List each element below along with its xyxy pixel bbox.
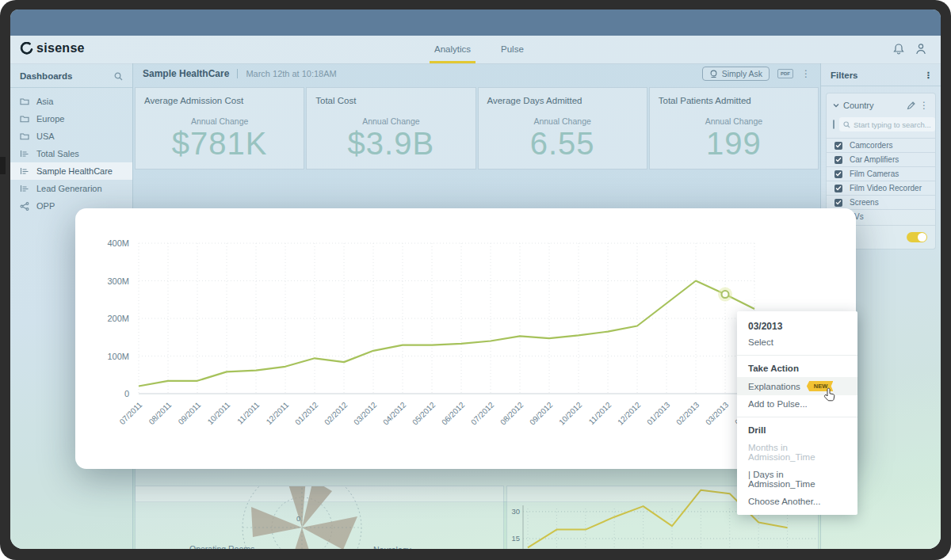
menu-item-choose-another[interactable]: Choose Another... [737, 493, 857, 510]
y-tick-label: 400M [107, 238, 129, 248]
export-pdf-icon[interactable]: PDF [777, 69, 793, 78]
x-tick-label: 10/2011 [206, 400, 232, 426]
kpi-value: 6.55 [479, 126, 647, 162]
y-tick-label: 200M [107, 314, 129, 323]
filter-item-label: Film Video Recorder [850, 184, 922, 192]
kpi-card-2: Total CostAnnual Change$3.9B [306, 87, 476, 170]
chart-icon [20, 150, 29, 158]
sidebar-item-lead-generarion[interactable]: Lead Generarion [10, 180, 132, 197]
x-tick-label: 03/2012 [352, 400, 379, 427]
x-tick-label: 02/2013 [674, 400, 701, 427]
checkbox-checked-icon[interactable] [835, 199, 842, 207]
x-tick-label: 07/2011 [118, 400, 144, 426]
context-menu: 03/2013 Select Take Action Explanations … [737, 311, 857, 515]
window-titlebar [10, 10, 941, 36]
x-tick-label: 10/2012 [557, 400, 584, 427]
x-tick-label: 02/2012 [323, 400, 349, 427]
kpi-title: Average Days Admitted [487, 96, 582, 105]
filter-item-camcorders[interactable]: Camcorders [827, 138, 935, 152]
checkbox-checked-icon[interactable] [835, 142, 842, 150]
filter-more-menu-icon[interactable]: ⋮ [919, 101, 929, 109]
tab-analytics[interactable]: Analytics [434, 36, 471, 63]
dashboard-titlebar: Sample HealthCare March 12th at 10:18AM … [133, 63, 820, 84]
kpi-value: $781K [136, 126, 304, 162]
sidebar-search-icon[interactable] [114, 72, 123, 81]
dashboard-timestamp: March 12th at 10:18AM [246, 69, 336, 78]
x-tick-label: 06/2012 [440, 400, 467, 427]
folder-icon [20, 115, 29, 123]
main-tabs: AnalyticsPulse [434, 36, 524, 63]
notifications-bell-icon[interactable] [893, 43, 904, 55]
checkbox-checked-icon[interactable] [835, 185, 842, 192]
kpi-sublabel: Annual Change [479, 116, 647, 126]
crystal-ball-icon [709, 70, 718, 78]
explanations-label: Explanations [748, 382, 800, 391]
search-icon [843, 121, 850, 128]
sidebar-item-label: USA [36, 131, 55, 141]
menu-divider [737, 417, 857, 417]
mini-y-tick-label: 15 [511, 534, 520, 543]
sidebar-item-label: OPP [36, 201, 55, 211]
sidebar-item-asia[interactable]: Asia [10, 93, 132, 110]
kpi-row: Average Admission CostAnnual Change$781K… [135, 87, 819, 170]
dashboard-more-menu-icon[interactable]: ⋮ [801, 70, 811, 78]
x-tick-label: 11/2012 [587, 400, 613, 426]
tab-pulse[interactable]: Pulse [501, 36, 524, 63]
menu-item-add-to-pulse[interactable]: Add to Pulse... [737, 395, 857, 413]
kpi-title: Total Cost [315, 96, 356, 105]
edit-pencil-icon[interactable] [907, 101, 915, 110]
x-tick-label: 08/2012 [498, 400, 525, 427]
x-tick-label: 07/2012 [469, 400, 496, 427]
share-icon [20, 202, 29, 211]
x-tick-label: 04/2012 [381, 400, 408, 427]
simply-ask-button[interactable]: Simply Ask [702, 67, 770, 81]
filter-item-film-video-recorder[interactable]: Film Video Recorder [827, 181, 935, 195]
menu-item-drill-days[interactable]: | Days in Admission_Time [737, 466, 857, 493]
sidebar-item-label: Asia [36, 97, 53, 106]
sidebar-item-usa[interactable]: USA [10, 128, 132, 145]
sidebar-item-total-sales[interactable]: Total Sales [10, 145, 132, 162]
sidebar-item-europe[interactable]: Europe [10, 110, 132, 128]
filter-item-label: Car Amplifiers [850, 155, 899, 164]
filter-toggle[interactable] [907, 232, 927, 242]
sidebar-item-label: Lead Generarion [36, 184, 102, 193]
menu-section-drill: Drill [737, 421, 857, 439]
app-header: sisense AnalyticsPulse [10, 36, 941, 64]
filter-item-car-amplifiers[interactable]: Car Amplifiers [827, 152, 935, 166]
rose-label-left: Operating Rooms [189, 544, 254, 549]
chart-icon [20, 167, 29, 175]
menu-item-drill-months: Months in Admission_Time [737, 439, 857, 466]
selected-data-point[interactable] [722, 291, 729, 298]
checkbox-checked-icon[interactable] [835, 170, 842, 178]
y-tick-label: 100M [107, 352, 129, 361]
filters-more-menu-icon[interactable]: ⋮ [924, 71, 934, 79]
x-tick-label: 09/2012 [528, 400, 555, 427]
cost-series-line [139, 281, 754, 387]
y-tick-label: 0 [124, 389, 129, 398]
simply-ask-label: Simply Ask [722, 69, 762, 78]
kpi-value: $3.9B [307, 126, 475, 162]
menu-item-explanations[interactable]: Explanations NEW [737, 377, 857, 395]
filter-item-screens[interactable]: Screens [827, 195, 935, 209]
menu-item-select[interactable]: Select [737, 333, 857, 351]
bottom-widgets-row: Operating Rooms Neurology 0 01530 [135, 486, 819, 549]
x-tick-label: 01/2013 [645, 400, 672, 427]
departments-rose-widget: Operating Rooms Neurology 0 [135, 486, 504, 549]
x-tick-label: 03/2013 [704, 400, 731, 427]
filter-item-film-cameras[interactable]: Film Cameras [827, 166, 935, 181]
chart-icon [20, 185, 29, 192]
user-profile-icon[interactable] [915, 43, 926, 55]
filter-item-label: Film Cameras [850, 170, 899, 178]
checkbox-checked-icon[interactable] [835, 156, 842, 164]
rose-label-right: Neurology [373, 545, 411, 549]
filter-item-label: Camcorders [850, 141, 892, 150]
filter-search-input[interactable]: Start typing to search... [839, 117, 935, 131]
kpi-card-4: Total Patients AdmittedAnnual Change199 [649, 87, 819, 170]
folder-icon [20, 132, 29, 140]
sidebar-item-sample-healthcare[interactable]: Sample HealthCare [10, 162, 132, 180]
sisense-logo: sisense [20, 41, 85, 55]
context-menu-header: 03/2013 [737, 316, 857, 333]
select-all-checkbox[interactable] [833, 120, 835, 129]
filter-item-label: Screens [850, 198, 879, 207]
chevron-down-icon[interactable] [833, 103, 839, 108]
